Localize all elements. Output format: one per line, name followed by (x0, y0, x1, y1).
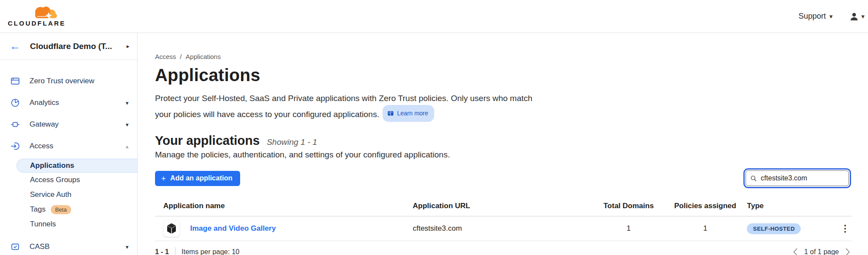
gateway-icon (10, 119, 21, 130)
table-header-row: Application name Application URL Total D… (155, 202, 851, 216)
add-application-button[interactable]: + Add an application (155, 171, 240, 186)
table-footer: 1 - 1 Items per page: 10 1 of 1 page (155, 247, 851, 255)
chevron-up-icon: ▴ (125, 144, 129, 149)
page-description: Protect your Self-Hosted, SaaS and Priva… (155, 92, 537, 122)
casb-shield-check-icon (10, 242, 21, 252)
sidebar: ← Cloudflare Demo (T... ▸ Zero Trust ove… (0, 33, 138, 255)
support-label: Support (799, 12, 826, 21)
support-menu[interactable]: Support ▾ (799, 12, 833, 21)
learn-more-button[interactable]: Learn more (383, 105, 434, 122)
sidebar-item-label: Tags (30, 205, 46, 214)
overview-window-icon (10, 76, 21, 86)
divider (175, 247, 175, 255)
chevron-down-icon: ▾ (125, 100, 129, 106)
chevron-down-icon: ▾ (861, 13, 865, 20)
plus-icon: + (161, 174, 166, 183)
sidebar-item-label: Gateway (30, 120, 125, 129)
chevron-left-icon[interactable] (792, 248, 798, 255)
cloudflare-cloud-icon (31, 6, 59, 19)
main-content: Access / Applications Applications Prote… (138, 33, 868, 255)
chevron-down-icon: ▾ (125, 122, 129, 128)
sidebar-item-casb[interactable]: CASB ▾ (0, 236, 137, 255)
total-domains-cell: 1 (594, 224, 663, 233)
cloudflare-logo-text: CLOUDFLARE (8, 20, 66, 27)
pie-chart-icon (10, 98, 21, 108)
application-link[interactable]: Image and Video Gallery (190, 224, 276, 233)
beta-badge: Beta (51, 205, 71, 214)
sidebar-item-label: Analytics (30, 98, 125, 107)
user-icon (849, 11, 859, 22)
sidebar-item-label: Applications (30, 161, 74, 170)
sidebar-item-service-auth[interactable]: Service Auth (0, 187, 137, 202)
account-title: Cloudflare Demo (T... (30, 42, 126, 51)
application-url-cell: cftestsite3.com (413, 224, 594, 233)
column-total-domains: Total Domains (594, 202, 663, 210)
top-header: CLOUDFLARE Support ▾ ▾ (0, 0, 868, 33)
column-application-name: Application name (155, 202, 413, 210)
sidebar-item-label: Zero Trust overview (30, 77, 129, 85)
breadcrumb: Access / Applications (155, 53, 851, 60)
user-menu[interactable]: ▾ (849, 11, 865, 22)
access-subnav: Applications Access Groups Service Auth … (0, 157, 137, 236)
breadcrumb-access[interactable]: Access (155, 53, 176, 60)
page-title: Applications (155, 65, 851, 85)
sidebar-item-label: CASB (30, 242, 125, 251)
section-subtitle: Manage the policies, authentication, and… (155, 150, 851, 160)
sidebar-item-access[interactable]: Access ▴ (0, 135, 137, 157)
toolbar: + Add an application (155, 170, 851, 186)
breadcrumb-separator: / (180, 53, 182, 60)
items-range: 1 - 1 (155, 248, 169, 255)
page-indicator: 1 of 1 page (804, 248, 839, 255)
chevron-down-icon: ▾ (125, 244, 129, 250)
search-icon (750, 175, 757, 182)
learn-more-label: Learn more (397, 107, 428, 120)
search-input[interactable] (761, 174, 844, 182)
sidebar-item-analytics[interactable]: Analytics ▾ (0, 92, 137, 114)
section-title: Your applications (155, 134, 260, 148)
cloudflare-logo[interactable]: CLOUDFLARE (8, 6, 67, 27)
table-row: Image and Video Gallery cftestsite3.com … (155, 216, 851, 241)
sidebar-item-tunnels[interactable]: Tunnels (0, 217, 137, 232)
account-switcher: ← Cloudflare Demo (T... ▸ (0, 33, 137, 60)
pager: 1 of 1 page (792, 248, 851, 255)
items-per-page: Items per page: 10 (182, 248, 239, 255)
sidebar-item-label: Access (30, 142, 125, 150)
access-login-icon (10, 141, 21, 151)
sidebar-item-label: Access Groups (30, 176, 80, 184)
book-icon (387, 111, 394, 116)
column-policies-assigned: Policies assigned (663, 202, 747, 210)
applications-table: Application name Application URL Total D… (155, 202, 851, 255)
sidebar-nav: Zero Trust overview Analytics ▾ (0, 60, 137, 255)
chevron-right-icon[interactable]: ▸ (126, 43, 129, 49)
sidebar-item-access-groups[interactable]: Access Groups (0, 173, 137, 187)
kebab-menu-icon[interactable]: ⋮ (841, 223, 851, 233)
app-cube-icon (163, 220, 180, 237)
search-box (746, 170, 849, 186)
sidebar-item-tags[interactable]: Tags Beta (0, 202, 137, 217)
sidebar-item-label: Tunnels (30, 220, 56, 229)
policies-assigned-cell: 1 (663, 224, 747, 233)
chevron-right-icon[interactable] (845, 248, 851, 255)
sidebar-item-zero-trust-overview[interactable]: Zero Trust overview (0, 70, 137, 92)
sidebar-item-gateway[interactable]: Gateway ▾ (0, 114, 137, 135)
sidebar-item-label: Service Auth (30, 190, 71, 199)
breadcrumb-applications[interactable]: Applications (186, 53, 221, 60)
column-application-url: Application URL (413, 202, 594, 210)
sidebar-item-applications[interactable]: Applications (17, 159, 137, 173)
column-type: Type (747, 202, 830, 210)
type-badge: SELF-HOSTED (747, 223, 801, 234)
back-arrow-icon[interactable]: ← (10, 41, 20, 52)
showing-count: Showing 1 - 1 (267, 137, 317, 147)
chevron-down-icon: ▾ (829, 13, 833, 20)
add-application-label: Add an application (170, 174, 232, 182)
